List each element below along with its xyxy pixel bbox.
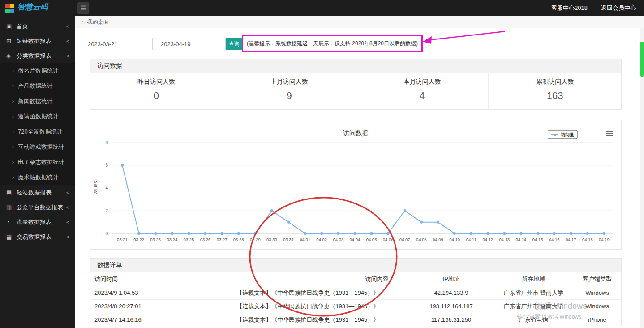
svg-text:04.12: 04.12 — [482, 237, 493, 242]
svg-text:03.23: 03.23 — [150, 237, 161, 242]
stat-value: 9 — [223, 90, 356, 102]
svg-text:04.13: 04.13 — [499, 237, 510, 242]
svg-text:04.14: 04.14 — [516, 237, 527, 242]
chevron-right-icon: › — [12, 68, 14, 74]
svg-text:8: 8 — [105, 140, 108, 145]
table-cell: 2023/4/9 1:04:53 — [90, 289, 207, 296]
svg-text:03.30: 03.30 — [266, 237, 277, 242]
sidebar-subitem[interactable]: › 新闻数据统计 — [0, 94, 75, 109]
stat-label: 上月访问人数 — [223, 78, 356, 86]
svg-text:4: 4 — [105, 186, 108, 190]
svg-text:03.28: 03.28 — [233, 237, 244, 242]
sidebar-subitem[interactable]: › 邀请函数据统计 — [0, 109, 75, 124]
table-cell: Windows — [573, 289, 621, 296]
svg-text:0: 0 — [105, 231, 108, 236]
chart-legend[interactable]: 访问量 — [548, 130, 578, 139]
column-header: 访问时间 — [90, 275, 207, 283]
top-bar: 智慧云码 ☰ 客服中心2018 返回会员中心 — [0, 0, 644, 16]
chevron-right-icon: › — [12, 174, 14, 181]
sidebar-subitem-label: 互动游戏数据统计 — [18, 143, 64, 151]
stat-column: 昨日访问人数 0 — [90, 73, 223, 110]
stat-value: 4 — [356, 90, 489, 102]
svg-text:04.17: 04.17 — [566, 237, 576, 242]
column-header: 客户端类型 — [573, 275, 621, 283]
topbar-link-member-center[interactable]: 返回会员中心 — [601, 4, 636, 12]
main-content: 查询 (温馨提示：系统数据延迟一天展示，仅支持 2020年8月20日以后的数据)… — [75, 28, 644, 328]
stat-column: 上月访问人数 9 — [223, 73, 356, 110]
sidebar-subitem-label: 魔术帖数据统计 — [18, 173, 59, 181]
svg-text:04.06: 04.06 — [383, 237, 394, 242]
sidebar-item-label: 流量数据报表 — [17, 218, 66, 226]
svg-text:04.18: 04.18 — [582, 237, 593, 242]
stat-column: 累积访问人数 163 — [488, 73, 621, 110]
svg-text:04.08: 04.08 — [416, 237, 427, 242]
sidebar-subitem[interactable]: › 产品数据统计 — [0, 78, 75, 94]
trade-icon: ▦ — [6, 233, 15, 240]
logo-icon — [5, 4, 14, 13]
table-row: 2023/4/9 1:04:53【连载文本】《中华民族抗日战争史（1931—19… — [90, 286, 621, 300]
sidebar-item-label: 首页 — [17, 22, 66, 30]
stat-label: 累积访问人数 — [489, 78, 621, 86]
end-date-input[interactable] — [156, 38, 226, 50]
sidebar-subitem[interactable]: › 微名片数据统计 — [0, 63, 75, 78]
svg-text:04.05: 04.05 — [366, 237, 377, 242]
collapse-caret-icon: < — [66, 38, 69, 44]
chart-context-menu-icon[interactable] — [606, 130, 613, 137]
query-button[interactable]: 查询 — [226, 38, 242, 50]
sidebar: ▣ 首页 < ⊞ 短链数据报表 < ◈ 分类数据报表 < › 微名片数据统计 ›… — [0, 16, 75, 328]
sidebar-subitem[interactable]: › 互动游戏数据统计 — [0, 139, 75, 155]
sidebar-item-label: 轻站数据报表 — [17, 189, 66, 197]
svg-text:03.21: 03.21 — [117, 237, 128, 242]
home-icon: ▣ — [6, 23, 15, 30]
sidebar-item[interactable]: ⊞ 短链数据报表 < — [0, 34, 75, 48]
traffic-icon: ◔ — [6, 219, 15, 225]
visit-line-chart: 0246803.2103.2203.2303.2403.2503.2603.27… — [90, 120, 621, 249]
start-date-input[interactable] — [83, 38, 153, 50]
sidebar-item[interactable]: ◔ 流量数据报表 < — [0, 215, 75, 229]
vertical-scrollbar[interactable] — [640, 28, 644, 328]
visit-chart-panel: 0246803.2103.2203.2303.2403.2503.2603.27… — [90, 120, 622, 250]
windows-activation-watermark: 激活 Windows 转到“设置”以激活 Windows。 — [517, 301, 587, 321]
legend-line-marker-icon — [551, 134, 558, 135]
scrollbar-thumb[interactable] — [640, 42, 644, 77]
sidebar-subitem-label: 微名片数据统计 — [18, 67, 59, 75]
sidebar-item[interactable]: ▤ 轻站数据报表 < — [0, 185, 75, 200]
sidebar-toggle-button[interactable]: ☰ — [77, 2, 89, 14]
column-header: IP地址 — [409, 275, 494, 283]
chart-title: 访问数据 — [90, 129, 621, 138]
table-cell: 117.136.31.250 — [409, 316, 494, 323]
collapse-caret-icon: < — [66, 23, 69, 30]
sidebar-subitem[interactable]: › 720全景数据统计 — [0, 124, 75, 139]
svg-text:04.03: 04.03 — [333, 237, 343, 242]
data-detail-panel-title: 数据详单 — [90, 259, 621, 272]
svg-text:04.07: 04.07 — [399, 237, 410, 242]
sidebar-subitem[interactable]: › 魔术帖数据统计 — [0, 170, 75, 185]
sidebar-subitem-label: 720全景数据统计 — [18, 128, 63, 136]
svg-text:04.04: 04.04 — [350, 237, 361, 242]
sidebar-subitem[interactable]: › 电子杂志数据统计 — [0, 155, 75, 170]
platform-icon: ▥ — [6, 204, 15, 211]
collapse-caret-icon: < — [66, 219, 69, 225]
table-cell: 广东省广州市 暨南大学 — [494, 289, 573, 297]
svg-text:04.11: 04.11 — [466, 237, 477, 242]
stat-column: 本月访问人数 4 — [356, 73, 489, 110]
topbar-link-service-center[interactable]: 客服中心2018 — [551, 4, 588, 12]
sidebar-item[interactable]: ◈ 分类数据报表 < — [0, 48, 75, 63]
sidebar-item[interactable]: ▣ 首页 < — [0, 19, 75, 34]
chevron-right-icon: › — [12, 159, 14, 165]
sidebar-item[interactable]: ▦ 交易数据报表 < — [0, 229, 75, 244]
sidebar-subitem-label: 新闻数据统计 — [18, 97, 53, 105]
breadcrumb[interactable]: ⌂ 我的桌面 — [75, 16, 644, 28]
sidebar-subitem-label: 电子杂志数据统计 — [18, 158, 64, 166]
collapse-caret-icon: < — [66, 234, 69, 240]
stat-label: 本月访问人数 — [356, 78, 489, 86]
svg-text:04.01: 04.01 — [300, 237, 310, 242]
logo-underline — [17, 13, 48, 13]
visit-stats-panel: 访问数据 昨日访问人数 0 上月访问人数 9 本月访问人数 4 累积访问人数 1… — [90, 59, 622, 110]
sidebar-subitem-label: 产品数据统计 — [18, 82, 53, 90]
svg-text:6: 6 — [105, 163, 108, 168]
svg-text:03.31: 03.31 — [283, 237, 294, 242]
sidebar-item[interactable]: ▥ 公众平台数据报表 < — [0, 200, 75, 215]
stat-value: 163 — [489, 90, 621, 102]
breadcrumb-current: 我的桌面 — [87, 18, 109, 26]
